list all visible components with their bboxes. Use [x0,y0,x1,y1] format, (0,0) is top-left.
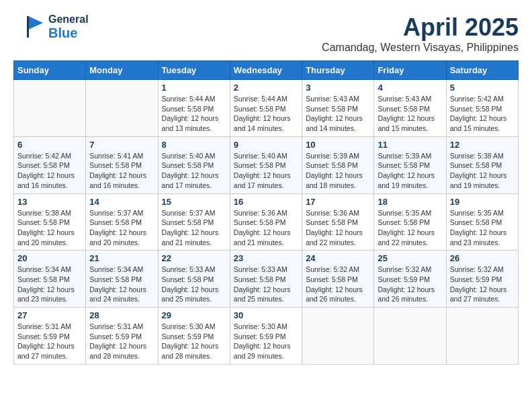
calendar-cell: 24Sunrise: 5:32 AMSunset: 5:58 PMDayligh… [302,250,374,308]
day-number: 20 [17,253,82,263]
day-number: 23 [234,253,298,263]
calendar-cell: 14Sunrise: 5:37 AMSunset: 5:58 PMDayligh… [86,193,158,250]
calendar-cell: 6Sunrise: 5:42 AMSunset: 5:58 PMDaylight… [14,136,86,193]
day-number: 12 [450,140,515,150]
logo-general-text: General [48,13,89,26]
day-info: Sunrise: 5:39 AMSunset: 5:58 PMDaylight:… [306,151,370,191]
day-number: 8 [162,140,226,150]
month-title: April 2025 [322,13,519,42]
header-sunday: Sunday [14,61,86,80]
day-info: Sunrise: 5:40 AMSunset: 5:58 PMDaylight:… [234,151,298,191]
day-info: Sunrise: 5:31 AMSunset: 5:59 PMDaylight:… [17,322,82,361]
calendar-cell: 12Sunrise: 5:38 AMSunset: 5:58 PMDayligh… [446,136,518,193]
day-number: 15 [162,197,226,207]
week-row-2: 6Sunrise: 5:42 AMSunset: 5:58 PMDaylight… [14,136,519,193]
day-info: Sunrise: 5:44 AMSunset: 5:58 PMDaylight:… [234,94,298,134]
day-info: Sunrise: 5:31 AMSunset: 5:59 PMDaylight:… [89,322,154,361]
day-number: 19 [450,197,515,207]
calendar-cell [86,80,158,137]
calendar-cell: 25Sunrise: 5:32 AMSunset: 5:59 PMDayligh… [374,250,446,308]
location-title: Camandag, Western Visayas, Philippines [322,42,519,54]
calendar-cell [302,308,374,365]
day-number: 2 [234,83,298,93]
header-tuesday: Tuesday [158,61,230,80]
week-row-5: 27Sunrise: 5:31 AMSunset: 5:59 PMDayligh… [14,308,519,365]
calendar-cell [14,80,86,137]
title-area: April 2025 Camandag, Western Visayas, Ph… [322,13,519,54]
calendar-cell: 26Sunrise: 5:32 AMSunset: 5:59 PMDayligh… [446,250,518,308]
day-number: 5 [450,83,515,93]
calendar-cell: 30Sunrise: 5:30 AMSunset: 5:59 PMDayligh… [230,308,302,365]
day-number: 14 [89,197,154,207]
day-number: 29 [162,310,226,320]
day-info: Sunrise: 5:33 AMSunset: 5:58 PMDaylight:… [234,265,298,304]
calendar-header-row: SundayMondayTuesdayWednesdayThursdayFrid… [14,61,519,80]
day-info: Sunrise: 5:32 AMSunset: 5:59 PMDaylight:… [378,265,442,304]
calendar-cell: 23Sunrise: 5:33 AMSunset: 5:58 PMDayligh… [230,250,302,308]
day-info: Sunrise: 5:34 AMSunset: 5:58 PMDaylight:… [17,265,82,304]
day-info: Sunrise: 5:37 AMSunset: 5:58 PMDaylight:… [89,208,154,248]
day-number: 26 [450,253,515,263]
day-info: Sunrise: 5:38 AMSunset: 5:58 PMDaylight:… [450,151,515,191]
calendar-cell: 7Sunrise: 5:41 AMSunset: 5:58 PMDaylight… [86,136,158,193]
calendar-cell: 22Sunrise: 5:33 AMSunset: 5:58 PMDayligh… [158,250,230,308]
calendar-cell: 15Sunrise: 5:37 AMSunset: 5:58 PMDayligh… [158,193,230,250]
day-info: Sunrise: 5:37 AMSunset: 5:58 PMDaylight:… [162,208,226,248]
day-number: 3 [306,83,370,93]
day-info: Sunrise: 5:30 AMSunset: 5:59 PMDaylight:… [162,322,226,361]
day-number: 25 [378,253,442,263]
week-row-4: 20Sunrise: 5:34 AMSunset: 5:58 PMDayligh… [14,250,519,308]
logo-icon [13,13,46,40]
day-info: Sunrise: 5:35 AMSunset: 5:58 PMDaylight:… [378,208,442,248]
calendar-cell: 27Sunrise: 5:31 AMSunset: 5:59 PMDayligh… [14,308,86,365]
day-info: Sunrise: 5:44 AMSunset: 5:58 PMDaylight:… [162,94,226,134]
day-number: 11 [378,140,442,150]
header-wednesday: Wednesday [230,61,302,80]
header-monday: Monday [86,61,158,80]
calendar-cell: 29Sunrise: 5:30 AMSunset: 5:59 PMDayligh… [158,308,230,365]
day-number: 16 [234,197,298,207]
calendar-cell: 2Sunrise: 5:44 AMSunset: 5:58 PMDaylight… [230,80,302,137]
calendar-cell: 3Sunrise: 5:43 AMSunset: 5:58 PMDaylight… [302,80,374,137]
day-info: Sunrise: 5:42 AMSunset: 5:58 PMDaylight:… [450,94,515,134]
day-number: 9 [234,140,298,150]
calendar-cell: 5Sunrise: 5:42 AMSunset: 5:58 PMDaylight… [446,80,518,137]
calendar-cell: 21Sunrise: 5:34 AMSunset: 5:58 PMDayligh… [86,250,158,308]
calendar-cell: 28Sunrise: 5:31 AMSunset: 5:59 PMDayligh… [86,308,158,365]
calendar-cell: 20Sunrise: 5:34 AMSunset: 5:58 PMDayligh… [14,250,86,308]
day-number: 24 [306,253,370,263]
logo-blue-text: Blue [48,26,89,40]
day-number: 18 [378,197,442,207]
day-info: Sunrise: 5:35 AMSunset: 5:58 PMDaylight:… [450,208,515,248]
day-info: Sunrise: 5:41 AMSunset: 5:58 PMDaylight:… [89,151,154,191]
day-info: Sunrise: 5:30 AMSunset: 5:59 PMDaylight:… [234,322,298,361]
day-number: 22 [162,253,226,263]
calendar-cell: 9Sunrise: 5:40 AMSunset: 5:58 PMDaylight… [230,136,302,193]
calendar-cell: 1Sunrise: 5:44 AMSunset: 5:58 PMDaylight… [158,80,230,137]
day-number: 17 [306,197,370,207]
logo-text: General Blue [48,13,89,40]
calendar-cell [374,308,446,365]
calendar-cell: 11Sunrise: 5:39 AMSunset: 5:58 PMDayligh… [374,136,446,193]
calendar-cell: 13Sunrise: 5:38 AMSunset: 5:58 PMDayligh… [14,193,86,250]
day-info: Sunrise: 5:32 AMSunset: 5:58 PMDaylight:… [306,265,370,304]
svg-rect-1 [27,16,29,38]
day-number: 1 [162,83,226,93]
day-info: Sunrise: 5:38 AMSunset: 5:58 PMDaylight:… [17,208,82,248]
day-number: 21 [89,253,154,263]
day-info: Sunrise: 5:43 AMSunset: 5:58 PMDaylight:… [378,94,442,134]
calendar-cell: 16Sunrise: 5:36 AMSunset: 5:58 PMDayligh… [230,193,302,250]
header-saturday: Saturday [446,61,518,80]
calendar-cell [446,308,518,365]
calendar-cell: 8Sunrise: 5:40 AMSunset: 5:58 PMDaylight… [158,136,230,193]
calendar-cell: 10Sunrise: 5:39 AMSunset: 5:58 PMDayligh… [302,136,374,193]
day-number: 10 [306,140,370,150]
calendar-cell: 18Sunrise: 5:35 AMSunset: 5:58 PMDayligh… [374,193,446,250]
day-number: 13 [17,197,82,207]
day-info: Sunrise: 5:33 AMSunset: 5:58 PMDaylight:… [162,265,226,304]
calendar-table: SundayMondayTuesdayWednesdayThursdayFrid… [13,60,519,365]
svg-marker-0 [28,16,43,30]
day-info: Sunrise: 5:32 AMSunset: 5:59 PMDaylight:… [450,265,515,304]
day-info: Sunrise: 5:42 AMSunset: 5:58 PMDaylight:… [17,151,82,191]
day-info: Sunrise: 5:43 AMSunset: 5:58 PMDaylight:… [306,94,370,134]
